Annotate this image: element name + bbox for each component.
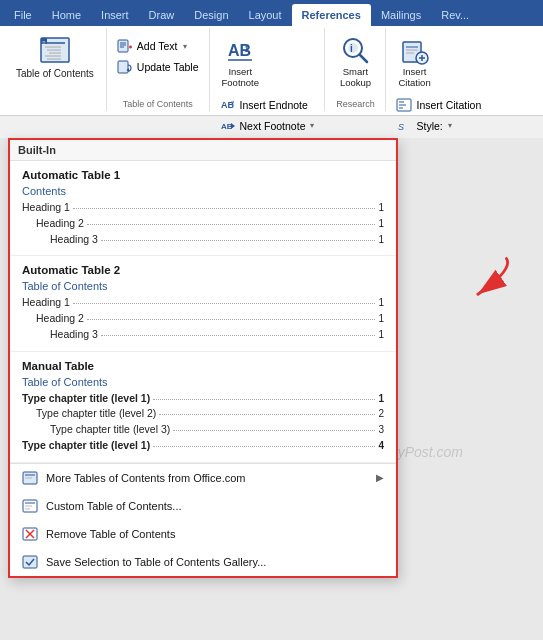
more-toc-icon: [22, 470, 38, 486]
tab-review[interactable]: Rev...: [431, 4, 479, 26]
panel-scroll: Automatic Table 1 Contents Heading 1 1 H…: [10, 161, 396, 463]
style-arrow: ▾: [448, 121, 452, 130]
remove-toc-label: Remove Table of Contents: [46, 528, 175, 540]
ribbon: ≡ Table of Contents Add Text ▾: [0, 26, 543, 116]
toc-dots: [159, 414, 375, 415]
svg-rect-9: [118, 40, 128, 52]
insert-citation-label: InsertCitation: [398, 66, 430, 89]
tab-file[interactable]: File: [4, 4, 42, 26]
toc-page: 1: [378, 327, 384, 342]
remove-toc-icon: [22, 526, 38, 542]
style-label: Style:: [416, 120, 442, 132]
toc-page: 3: [378, 422, 384, 437]
toc-entry-bold: Type chapter title (level 1) 4: [22, 438, 384, 454]
heading-1-label: Heading 1: [22, 200, 70, 216]
add-text-dropdown-arrow: ▾: [183, 42, 187, 51]
panel-header: Built-In: [10, 140, 396, 161]
insert-citation-button[interactable]: InsertCitation: [392, 34, 436, 93]
insert-footnote-button[interactable]: AB 1 InsertFootnote: [216, 34, 266, 93]
tab-home[interactable]: Home: [42, 4, 91, 26]
toc-dropdown-panel: Built-In Automatic Table 1 Contents Head…: [8, 138, 398, 578]
update-table-button[interactable]: Update Table: [113, 57, 203, 77]
toc-dots: [73, 208, 376, 209]
chapter-3-label: Type chapter title (level 3): [50, 422, 170, 438]
save-selection-icon: [22, 554, 38, 570]
toc-page: 1: [378, 295, 384, 310]
chapter-1-label: Type chapter title (level 1): [22, 391, 150, 407]
chapter-1b-label: Type chapter title (level 1): [22, 438, 150, 454]
toc-ribbon-group: ≡ Table of Contents: [4, 28, 107, 111]
tab-draw[interactable]: Draw: [139, 4, 185, 26]
update-table-icon: [117, 59, 133, 75]
style-button[interactable]: S Style: ▾: [392, 116, 485, 136]
auto-table-1-label: Contents: [22, 185, 384, 197]
smart-lookup-group: i SmartLookup Research: [325, 28, 386, 111]
insert-footnote-icon: AB 1: [226, 38, 254, 66]
next-footnote-icon: AB: [220, 118, 236, 134]
tab-bar: File Home Insert Draw Design Layout Refe…: [0, 0, 543, 26]
svg-line-29: [360, 55, 368, 63]
next-footnote-label: Next Footnote: [240, 120, 306, 132]
add-text-label: Add Text: [137, 40, 178, 52]
insert-endnote-button[interactable]: AB 2 Insert Endnote: [216, 95, 319, 115]
tab-references[interactable]: References: [292, 4, 371, 26]
table-of-contents-button[interactable]: ≡ Table of Contents: [10, 30, 100, 105]
tab-mailings[interactable]: Mailings: [371, 4, 431, 26]
manage-sources-label: Insert Citation: [416, 99, 481, 111]
tab-layout[interactable]: Layout: [239, 4, 292, 26]
style-icon: S: [396, 118, 412, 134]
toc-page: 4: [378, 438, 384, 453]
manage-sources-button[interactable]: Insert Citation: [392, 95, 485, 115]
toc-page: 1: [378, 232, 384, 247]
save-selection-menu-item[interactable]: Save Selection to Table of Contents Gall…: [10, 548, 396, 576]
svg-text:≡: ≡: [42, 40, 46, 46]
toc-dots: [87, 319, 376, 320]
smart-lookup-button[interactable]: i SmartLookup: [331, 30, 379, 95]
toc-page: 1: [378, 311, 384, 326]
toc-icon: ≡: [39, 34, 71, 66]
tab-insert[interactable]: Insert: [91, 4, 139, 26]
toc-page: 1: [378, 391, 384, 406]
auto-table-2-section[interactable]: Automatic Table 2 Table of Contents Head…: [10, 256, 396, 351]
manual-table-title: Manual Table: [22, 360, 384, 372]
manual-table-section[interactable]: Manual Table Table of Contents Type chap…: [10, 352, 396, 463]
toc-dots: [153, 446, 375, 447]
add-text-button[interactable]: Add Text ▾: [113, 36, 203, 56]
footnotes-group-1: Add Text ▾ Update Table Table of Content…: [107, 28, 210, 111]
custom-toc-icon: [22, 498, 38, 514]
insert-citation-icon: [401, 38, 429, 66]
heading-1-label: Heading 1: [22, 295, 70, 311]
next-footnote-button[interactable]: AB Next Footnote ▾: [216, 116, 319, 136]
toc-dots: [101, 335, 376, 336]
toc-page: 1: [378, 200, 384, 215]
smart-group-label: Research: [336, 95, 375, 109]
svg-text:S: S: [398, 122, 404, 132]
svg-text:1: 1: [244, 44, 249, 54]
svg-text:2: 2: [231, 100, 235, 106]
heading-2-label: Heading 2: [36, 216, 84, 232]
smart-lookup-icon: i: [339, 34, 371, 66]
toc-entry: Heading 2 1: [22, 311, 384, 327]
insert-footnote-label: InsertFootnote: [222, 66, 260, 89]
add-text-icon: [117, 38, 133, 54]
manage-sources-icon: [396, 97, 412, 113]
toc-page: 1: [378, 216, 384, 231]
heading-2-label: Heading 2: [36, 311, 84, 327]
next-footnote-arrow: ▾: [310, 121, 314, 130]
toc-entry: Type chapter title (level 2) 2: [22, 406, 384, 422]
auto-table-1-title: Automatic Table 1: [22, 169, 384, 181]
save-selection-label: Save Selection to Table of Contents Gall…: [46, 556, 266, 568]
custom-toc-menu-item[interactable]: Custom Table of Contents...: [10, 492, 396, 520]
remove-toc-menu-item[interactable]: Remove Table of Contents: [10, 520, 396, 548]
toc-entry: Type chapter title (level 3) 3: [22, 422, 384, 438]
toc-entry: Heading 3 1: [22, 232, 384, 248]
tab-design[interactable]: Design: [184, 4, 238, 26]
footnotes-group-2: AB 1 InsertFootnote AB 2 Insert Endnote …: [210, 28, 326, 111]
more-toc-menu-item[interactable]: More Tables of Contents from Office.com …: [10, 464, 396, 492]
toc-entry: Heading 2 1: [22, 216, 384, 232]
toc-dots: [101, 240, 376, 241]
auto-table-1-section[interactable]: Automatic Table 1 Contents Heading 1 1 H…: [10, 161, 396, 256]
more-toc-label: More Tables of Contents from Office.com: [46, 472, 246, 484]
svg-rect-15: [118, 61, 128, 73]
toc-dots: [173, 430, 375, 431]
